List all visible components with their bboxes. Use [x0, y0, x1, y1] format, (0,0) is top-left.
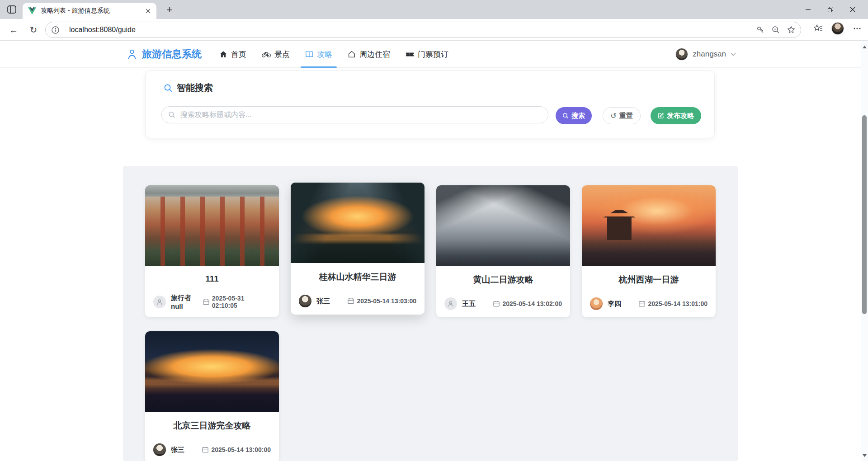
calendar-icon — [203, 299, 209, 305]
guide-title: 111 — [151, 274, 274, 284]
search-section-title: 智能搜索 — [164, 82, 213, 94]
new-tab-button[interactable]: + — [164, 4, 175, 16]
guide-book-icon — [305, 50, 313, 58]
window-restore-button[interactable] — [819, 0, 841, 19]
guide-meta: 李四 2025-05-14 13:01:00 — [590, 297, 708, 310]
publish-date: 2025-05-14 13:02:00 — [502, 300, 562, 307]
search-icon — [164, 84, 173, 93]
search-button-icon — [562, 113, 569, 119]
scrollbar-thumb[interactable] — [862, 115, 867, 314]
brand-title: 旅游信息系统 — [142, 47, 202, 61]
nav-item-label: 攻略 — [317, 49, 332, 60]
guide-card[interactable]: 111 旅行者null 2025-05-31 02:10:05 — [145, 185, 279, 317]
guide-meta: 旅行者null 2025-05-31 02:10:05 — [153, 294, 271, 310]
search-input-icon — [168, 111, 175, 118]
nav-item-label: 门票预订 — [418, 49, 448, 60]
back-button[interactable]: ← — [6, 23, 21, 37]
guide-cover-image — [145, 185, 279, 266]
traveler-person-icon — [127, 49, 137, 60]
user-name: zhangsan — [693, 50, 726, 59]
calendar-icon — [348, 298, 354, 304]
guide-card[interactable]: 黄山二日游攻略 王五 2025-05-14 13:02:00 — [436, 185, 570, 317]
nav-item-3[interactable]: 周边住宿 — [340, 41, 398, 68]
tab-actions-icon — [7, 5, 16, 14]
search-input-wrap — [161, 106, 548, 123]
calendar-icon — [639, 301, 645, 307]
nav-item-4[interactable]: 门票预订 — [398, 41, 456, 68]
publish-date: 2025-05-31 02:10:05 — [212, 295, 271, 309]
stay-house-icon — [348, 50, 356, 58]
nav-item-2[interactable]: 攻略 — [297, 41, 340, 68]
browser-profile-avatar[interactable] — [831, 22, 844, 35]
browser-tab-strip: 攻略列表 - 旅游信息系统 + — [0, 0, 868, 19]
more-options-icon[interactable] — [851, 22, 863, 35]
guide-title: 北京三日游完全攻略 — [151, 420, 274, 432]
bookmark-star-icon[interactable] — [785, 24, 797, 36]
smart-search-panel: 智能搜索 搜索 ↺ 重置 发布攻略 — [145, 71, 715, 138]
publish-date: 2025-05-14 13:01:00 — [648, 300, 708, 307]
main-nav: 首页景点攻略周边住宿门票预订 — [212, 41, 456, 68]
reset-button[interactable]: ↺ 重置 — [603, 107, 641, 124]
ticket-icon — [406, 51, 414, 58]
browser-tab[interactable]: 攻略列表 - 旅游信息系统 — [23, 3, 156, 19]
author-name: 旅行者null — [171, 294, 203, 310]
brand-logo[interactable]: 旅游信息系统 — [127, 41, 202, 68]
refresh-button[interactable]: ↻ — [26, 23, 41, 37]
nav-item-label: 周边住宿 — [359, 49, 390, 60]
author-avatar — [153, 296, 166, 308]
nav-item-label: 景点 — [274, 49, 290, 60]
guide-meta: 张三 2025-05-14 13:03:00 — [299, 295, 416, 307]
guide-cover-image — [436, 185, 570, 266]
search-input[interactable] — [179, 110, 548, 119]
calendar-icon — [493, 301, 500, 307]
author-avatar — [153, 443, 166, 456]
guide-cover-image — [582, 185, 716, 266]
window-minimize-button[interactable] — [797, 0, 819, 19]
reset-icon: ↺ — [610, 112, 616, 120]
calendar-icon — [202, 447, 208, 453]
window-close-button[interactable] — [841, 0, 863, 19]
scenic-bicycle-icon — [262, 51, 271, 58]
window-controls — [797, 0, 863, 19]
scroll-down-arrow-icon[interactable] — [861, 452, 868, 459]
guide-meta: 张三 2025-05-14 13:00:00 — [153, 443, 271, 456]
nav-item-label: 首页 — [231, 49, 246, 60]
home-icon — [219, 50, 227, 58]
guide-card[interactable]: 桂林山水精华三日游 张三 2025-05-14 13:03:00 — [291, 183, 425, 315]
address-bar[interactable]: localhost:8080/guide — [45, 22, 801, 38]
scroll-up-arrow-icon[interactable] — [861, 43, 868, 51]
nav-item-1[interactable]: 景点 — [254, 41, 297, 68]
app-header: 旅游信息系统 首页景点攻略周边住宿门票预订 zhangsan — [0, 41, 868, 68]
tab-title: 攻略列表 - 旅游信息系统 — [41, 7, 143, 15]
page-scrollbar[interactable] — [861, 41, 868, 461]
user-menu[interactable]: zhangsan — [675, 41, 736, 68]
author-avatar — [444, 297, 457, 310]
tab-actions-menu-button[interactable] — [5, 4, 18, 15]
guide-title: 桂林山水精华三日游 — [296, 271, 419, 283]
nav-item-0[interactable]: 首页 — [212, 41, 254, 68]
guide-cover-image — [145, 331, 279, 412]
password-key-icon[interactable] — [755, 24, 766, 36]
publish-date: 2025-05-14 13:03:00 — [357, 297, 416, 305]
author-avatar — [590, 297, 603, 310]
tab-close-icon[interactable] — [143, 6, 153, 16]
author-name: 王五 — [462, 300, 476, 308]
user-avatar — [675, 48, 688, 61]
publish-guide-button[interactable]: 发布攻略 — [651, 107, 701, 124]
guide-card[interactable]: 杭州西湖一日游 李四 2025-05-14 13:01:00 — [582, 185, 716, 317]
zoom-out-icon[interactable] — [770, 24, 782, 36]
guide-title: 黄山二日游攻略 — [442, 274, 565, 286]
guide-cover-image — [291, 183, 425, 263]
favorites-bar-icon[interactable] — [812, 22, 825, 35]
guide-meta: 王五 2025-05-14 13:02:00 — [444, 297, 562, 310]
site-info-icon[interactable] — [49, 24, 61, 36]
search-button[interactable]: 搜索 — [556, 107, 592, 124]
author-name: 张三 — [316, 297, 330, 306]
guide-card[interactable]: 北京三日游完全攻略 张三 2025-05-14 13:00:00 — [145, 331, 279, 461]
author-avatar — [299, 295, 311, 307]
author-name: 张三 — [171, 446, 184, 454]
edit-icon — [658, 113, 664, 119]
chevron-down-icon — [731, 52, 736, 56]
vue-logo-icon — [28, 7, 36, 14]
publish-date: 2025-05-14 13:00:00 — [211, 446, 271, 453]
